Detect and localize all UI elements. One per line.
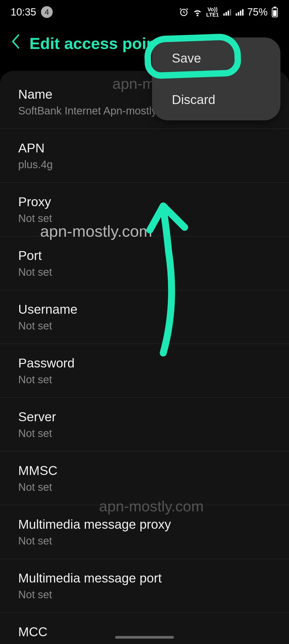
notification-badge: 4 xyxy=(41,6,53,18)
field-label: Server xyxy=(18,409,271,424)
wifi-icon xyxy=(192,7,203,17)
field-value: plus.4g xyxy=(18,159,271,171)
field-value: Not set xyxy=(18,589,271,601)
svg-rect-11 xyxy=(273,10,276,16)
field-value: Not set xyxy=(18,481,271,493)
volte-icon: Vo)) LTE1 xyxy=(206,7,219,17)
field-label: APN xyxy=(18,141,271,155)
field-value: Not set xyxy=(18,374,271,386)
field-server[interactable]: Server Not set xyxy=(0,398,289,451)
back-icon[interactable] xyxy=(11,33,21,53)
battery-icon xyxy=(271,7,278,17)
field-mcc[interactable]: MCC xyxy=(0,613,289,644)
status-time: 10:35 xyxy=(11,6,36,18)
field-label: Multimedia message port xyxy=(18,571,271,585)
field-mmsc[interactable]: MMSC Not set xyxy=(0,451,289,505)
field-value: Not set xyxy=(18,212,271,224)
svg-rect-4 xyxy=(230,9,231,16)
field-value: Not set xyxy=(18,427,271,439)
svg-rect-8 xyxy=(242,9,244,16)
discard-button[interactable]: Discard xyxy=(152,79,280,120)
field-label: Proxy xyxy=(18,194,271,209)
battery-percent: 75% xyxy=(247,6,268,18)
field-label: Password xyxy=(18,356,271,370)
field-value: Not set xyxy=(18,535,271,547)
svg-rect-1 xyxy=(223,13,225,16)
alarm-icon xyxy=(179,7,189,17)
field-label: Username xyxy=(18,302,271,317)
field-label: MMSC xyxy=(18,463,271,478)
svg-rect-2 xyxy=(226,12,227,16)
save-button[interactable]: Save xyxy=(152,37,280,79)
field-value: Not set xyxy=(18,320,271,332)
svg-rect-6 xyxy=(238,12,239,16)
gesture-bar[interactable] xyxy=(115,636,174,639)
field-username[interactable]: Username Not set xyxy=(0,290,289,344)
field-label: Multimedia message proxy xyxy=(18,517,271,532)
field-mms-proxy[interactable]: Multimedia message proxy Not set xyxy=(0,505,289,559)
field-password[interactable]: Password Not set xyxy=(0,344,289,398)
status-bar: 10:35 4 Vo)) LTE1 75% xyxy=(0,0,289,24)
status-bar-left: 10:35 4 xyxy=(11,6,53,18)
signal-icon-1 xyxy=(223,8,231,16)
page-title: Edit access point xyxy=(29,34,161,53)
apn-settings-panel: Name SoftBank Internet Apn-mostly.com AP… xyxy=(0,71,289,644)
field-apn[interactable]: APN plus.4g xyxy=(0,129,289,183)
field-mms-port[interactable]: Multimedia message port Not set xyxy=(0,559,289,613)
svg-rect-7 xyxy=(240,11,241,16)
svg-rect-5 xyxy=(236,13,237,16)
field-value: Not set xyxy=(18,266,271,278)
svg-rect-3 xyxy=(228,11,229,16)
options-popup: Save Discard xyxy=(152,37,280,120)
field-proxy[interactable]: Proxy Not set xyxy=(0,183,289,236)
field-label: Port xyxy=(18,248,271,263)
field-port[interactable]: Port Not set xyxy=(0,236,289,290)
signal-icon-2 xyxy=(235,8,244,16)
status-bar-right: Vo)) LTE1 75% xyxy=(179,6,278,18)
